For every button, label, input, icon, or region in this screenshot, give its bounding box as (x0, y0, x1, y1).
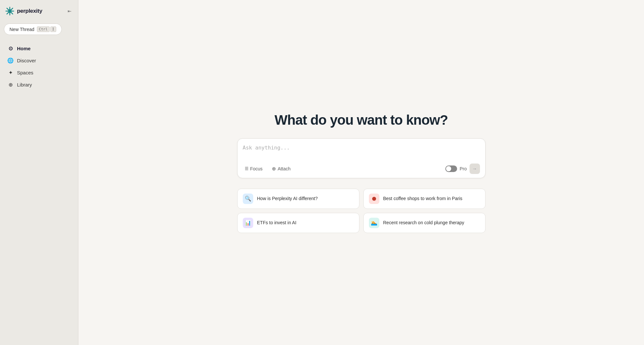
sidebar-item-spaces[interactable]: ✦ Spaces (4, 67, 74, 78)
search-toolbar: ☰ Focus ⊕ Attach Pro (243, 164, 480, 174)
suggestion-text-cold-plunge: Recent research on cold plunge therapy (383, 220, 464, 226)
page-title: What do you want to know? (274, 112, 448, 128)
suggestion-text-etfs-ai: ETFs to invest in AI (257, 220, 297, 226)
spaces-icon: ✦ (7, 70, 14, 76)
discover-icon: 🌐 (7, 57, 14, 64)
submit-arrow-icon: → (472, 166, 477, 171)
suggestion-text-coffee-shops: Best coffee shops to work from in Paris (383, 196, 463, 202)
new-thread-label: New Thread (9, 27, 34, 32)
focus-icon: ☰ (245, 166, 249, 171)
search-input[interactable] (243, 144, 480, 160)
keyboard-shortcut: Ctrl I (37, 26, 56, 32)
toggle-thumb (446, 166, 451, 171)
focus-button[interactable]: ☰ Focus (243, 165, 265, 173)
toolbar-left: ☰ Focus ⊕ Attach (243, 165, 293, 173)
suggestion-card-perplexity-diff[interactable]: 🔍 How is Perplexity AI different? (237, 189, 359, 209)
focus-label: Focus (250, 166, 263, 171)
library-icon: ⊕ (7, 82, 14, 88)
suggestions-grid: 🔍 How is Perplexity AI different? Best c… (237, 189, 486, 233)
collapse-sidebar-button[interactable]: ⇤ (66, 7, 73, 15)
sidebar-item-label-spaces: Spaces (17, 70, 33, 75)
pro-toggle[interactable]: Pro (445, 165, 467, 172)
attach-icon: ⊕ (272, 166, 276, 172)
suggestion-icon-cold-plunge: 🏊 (369, 218, 379, 228)
search-container: ☰ Focus ⊕ Attach Pro (237, 138, 486, 178)
ctrl-key: Ctrl (37, 26, 50, 32)
suggestion-text-perplexity-diff: How is Perplexity AI different? (257, 196, 318, 202)
sidebar-item-label-discover: Discover (17, 58, 36, 63)
suggestion-card-etfs-ai[interactable]: 📊 ETFs to invest in AI (237, 213, 359, 233)
new-thread-button[interactable]: New Thread Ctrl I (4, 24, 62, 35)
toggle-track (445, 165, 457, 172)
collapse-icon: ⇤ (68, 8, 72, 14)
suggestion-icon-perplexity-diff: 🔍 (243, 194, 253, 204)
submit-button[interactable]: → (470, 164, 480, 174)
main-inner: What do you want to know? ☰ Focus ⊕ Atta… (237, 112, 486, 233)
suggestion-icon-etfs-ai: 📊 (243, 218, 253, 228)
sidebar-item-library[interactable]: ⊕ Library (4, 79, 74, 90)
suggestion-card-coffee-shops[interactable]: Best coffee shops to work from in Paris (363, 189, 486, 209)
attach-label: Attach (278, 166, 291, 171)
logo-area: perplexity (5, 7, 42, 16)
app-name: perplexity (17, 8, 42, 14)
sidebar-nav: ⊙ Home 🌐 Discover ✦ Spaces ⊕ Library (4, 43, 74, 90)
sidebar-item-label-library: Library (17, 82, 32, 87)
suggestion-icon-coffee-shops (369, 194, 379, 204)
sidebar-item-label-home: Home (17, 46, 31, 51)
sidebar: perplexity ⇤ New Thread Ctrl I ⊙ Home 🌐 … (0, 0, 78, 345)
i-key: I (50, 26, 57, 32)
pro-label: Pro (460, 166, 467, 171)
suggestion-card-cold-plunge[interactable]: 🏊 Recent research on cold plunge therapy (363, 213, 486, 233)
main-content: What do you want to know? ☰ Focus ⊕ Atta… (78, 0, 644, 345)
home-icon: ⊙ (7, 45, 14, 52)
toolbar-right: Pro → (445, 164, 480, 174)
sidebar-item-discover[interactable]: 🌐 Discover (4, 55, 74, 66)
perplexity-logo-icon (5, 7, 14, 16)
sidebar-header: perplexity ⇤ (4, 5, 74, 17)
sidebar-item-home[interactable]: ⊙ Home (4, 43, 74, 54)
attach-button[interactable]: ⊕ Attach (270, 165, 293, 173)
